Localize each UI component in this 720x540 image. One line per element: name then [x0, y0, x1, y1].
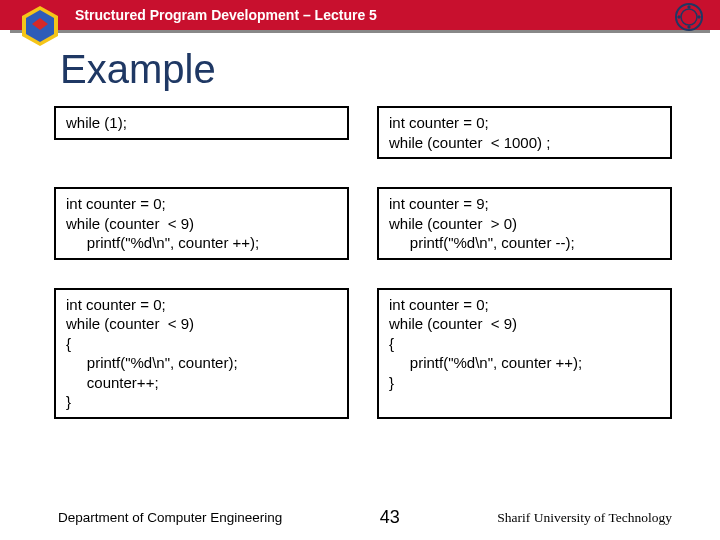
svg-point-6 — [698, 16, 700, 18]
logo-right-icon — [674, 2, 704, 32]
code-box-5: int counter = 0; while (counter < 9) { p… — [54, 288, 349, 419]
svg-point-7 — [688, 26, 690, 28]
code-box-1: while (1); — [54, 106, 349, 140]
svg-point-8 — [678, 16, 680, 18]
footer-page-number: 43 — [380, 507, 400, 528]
code-grid: while (1); int counter = 0; while (count… — [0, 106, 720, 419]
header-bar: Structured Program Development – Lecture… — [0, 0, 720, 30]
footer: Department of Computer Engineering 43 Sh… — [0, 507, 720, 528]
code-box-6: int counter = 0; while (counter < 9) { p… — [377, 288, 672, 419]
svg-point-5 — [688, 6, 690, 8]
svg-point-4 — [681, 9, 697, 25]
code-box-2: int counter = 0; while (counter < 1000) … — [377, 106, 672, 159]
header-underline — [10, 30, 710, 33]
slide-heading: Example — [60, 47, 720, 92]
footer-left: Department of Computer Engineering — [58, 510, 282, 525]
header-title: Structured Program Development – Lecture… — [75, 7, 377, 23]
code-box-4: int counter = 9; while (counter > 0) pri… — [377, 187, 672, 260]
code-box-3: int counter = 0; while (counter < 9) pri… — [54, 187, 349, 260]
footer-right: Sharif University of Technology — [497, 510, 672, 526]
logo-left-icon — [18, 4, 62, 48]
